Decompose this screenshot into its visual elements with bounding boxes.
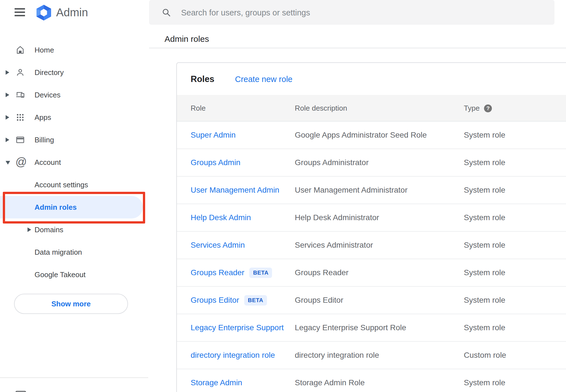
role-description: Groups Reader — [295, 259, 348, 286]
role-link[interactable]: Super Admin — [191, 131, 236, 140]
role-type: System role — [464, 287, 505, 314]
role-link[interactable]: Groups Reader — [191, 268, 244, 277]
sidebar-item-domains[interactable]: Domains — [0, 218, 149, 241]
expand-arrow-icon[interactable] — [28, 227, 31, 232]
role-link[interactable]: User Management Admin — [191, 186, 279, 195]
role-type: System role — [464, 314, 505, 341]
account-icon: @ — [15, 158, 25, 167]
google-admin-console: { "colors": { "accent": "#1a73e8", "anno… — [0, 0, 566, 392]
sidebar-item-account-settings[interactable]: Account settings — [0, 174, 149, 196]
type-help-icon[interactable]: ? — [484, 104, 492, 112]
sidebar-item-label: Account — [35, 151, 61, 174]
sidebar-bottom-divider — [0, 377, 148, 378]
role-link[interactable]: Legacy Enterprise Support — [191, 323, 284, 332]
roles-card: Roles Create new role Role Role descript… — [176, 62, 566, 392]
column-header-type: Type ? — [464, 95, 492, 122]
table-row: Legacy Enterprise Support Legacy Enterpr… — [177, 314, 566, 342]
role-link[interactable]: Groups Admin — [191, 158, 240, 167]
sidebar-item-label: Billing — [35, 129, 54, 151]
billing-icon — [15, 135, 25, 145]
menu-button[interactable] — [15, 8, 25, 16]
sidebar-item-admin-roles[interactable]: Admin roles — [0, 196, 149, 218]
role-description: Google Apps Administrator Seed Role — [295, 122, 427, 149]
sidebar-item-google-takeout[interactable]: Google Takeout — [0, 263, 149, 286]
sidebar-nav: Home Directory Devices Apps Billing @ Ac… — [0, 39, 149, 286]
role-description: Help Desk Administrator — [295, 204, 379, 231]
show-more-button[interactable]: Show more — [14, 294, 128, 314]
expand-arrow-icon[interactable] — [6, 138, 9, 142]
table-row: Storage Admin Storage Admin Role System … — [177, 369, 566, 392]
column-header-role: Role — [191, 95, 206, 122]
home-icon — [15, 45, 25, 55]
role-type: Custom role — [464, 342, 506, 369]
table-row: Help Desk Admin Help Desk Administrator … — [177, 204, 566, 232]
sidebar-item-label: Apps — [35, 106, 51, 129]
sidebar-item-label: Admin roles — [35, 196, 77, 218]
role-link[interactable]: Help Desk Admin — [191, 213, 251, 222]
role-link[interactable]: Storage Admin — [191, 378, 242, 387]
role-type: System role — [464, 204, 505, 231]
sidebar-item-label: Google Takeout — [35, 263, 86, 286]
column-header-role-description: Role description — [295, 95, 347, 122]
table-header-row: Role Role description Type ? — [177, 95, 566, 122]
role-link[interactable]: Services Admin — [191, 241, 245, 250]
role-description: directory integration role — [295, 342, 379, 369]
expand-arrow-icon[interactable] — [6, 115, 9, 120]
card-title: Roles — [191, 72, 214, 86]
sidebar-item-devices[interactable]: Devices — [0, 84, 149, 106]
table-row: directory integration role directory int… — [177, 342, 566, 369]
sidebar-item-directory[interactable]: Directory — [0, 61, 149, 84]
role-description: Groups Editor — [295, 287, 343, 314]
sidebar-item-apps[interactable]: Apps — [0, 106, 149, 129]
role-link[interactable]: directory integration role — [191, 351, 275, 360]
search-bar — [149, 0, 554, 25]
role-type: System role — [464, 259, 505, 286]
role-description: User Management Administrator — [295, 177, 408, 204]
sidebar-item-label: Domains — [35, 218, 63, 241]
devices-icon — [15, 90, 25, 100]
sidebar-item-label: Home — [35, 39, 54, 61]
role-type: System role — [464, 232, 505, 259]
sidebar-item-label: Devices — [35, 84, 60, 106]
create-new-role-link[interactable]: Create new role — [235, 73, 293, 86]
sidebar-item-data-migration[interactable]: Data migration — [0, 241, 149, 263]
sidebar-item-label: Data migration — [35, 241, 82, 263]
table-row: Services Admin Services Administrator Sy… — [177, 232, 566, 259]
table-row: Groups Admin Groups Administrator System… — [177, 149, 566, 177]
role-type: System role — [464, 177, 505, 204]
table-row: Super Admin Google Apps Administrator Se… — [177, 122, 566, 149]
sidebar-item-account[interactable]: @ Account — [0, 151, 149, 174]
table-row: Groups Reader BETA Groups Reader System … — [177, 259, 566, 287]
admin-logo-icon — [36, 5, 51, 22]
search-icon — [161, 8, 171, 17]
role-type: System role — [464, 369, 505, 392]
menu-bar — [15, 15, 25, 16]
clipped-bottom-icon — [15, 391, 26, 392]
role-description: Legacy Enterprise Support Role — [295, 314, 406, 341]
table-row: User Management Admin User Management Ad… — [177, 177, 566, 204]
sidebar-item-label: Account settings — [35, 174, 88, 196]
divider — [149, 48, 566, 48]
role-type: System role — [464, 122, 505, 149]
role-link[interactable]: Groups Editor — [191, 296, 239, 305]
menu-bar — [15, 8, 25, 10]
sidebar-item-label: Directory — [35, 61, 64, 84]
role-description: Services Administrator — [295, 232, 373, 259]
role-description: Groups Administrator — [295, 149, 369, 176]
expand-arrow-icon[interactable] — [6, 93, 9, 97]
beta-badge: BETA — [244, 295, 267, 306]
directory-icon — [15, 68, 25, 77]
beta-badge: BETA — [249, 268, 272, 278]
roles-table-body: Super Admin Google Apps Administrator Se… — [177, 122, 566, 392]
apps-icon — [15, 113, 25, 122]
page-title: Admin roles — [165, 34, 209, 44]
sidebar-item-billing[interactable]: Billing — [0, 129, 149, 151]
role-description: Storage Admin Role — [295, 369, 365, 392]
sidebar-item-home[interactable]: Home — [0, 39, 149, 61]
collapse-arrow-icon[interactable] — [6, 161, 10, 165]
app-title: Admin — [56, 4, 88, 20]
table-row: Groups Editor BETA Groups Editor System … — [177, 287, 566, 314]
menu-bar — [15, 12, 25, 13]
expand-arrow-icon[interactable] — [6, 70, 9, 75]
search-input[interactable] — [181, 0, 541, 25]
